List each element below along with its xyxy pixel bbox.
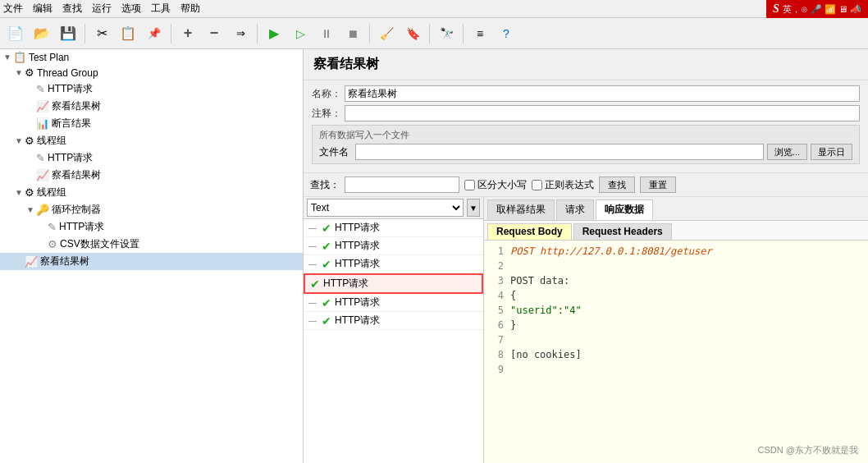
toolbar-list[interactable]: ≡ bbox=[468, 21, 492, 46]
case-sensitive-checkbox[interactable] bbox=[464, 180, 475, 190]
result3-icon: 📈 bbox=[25, 255, 38, 268]
tree-item-http3[interactable]: ✎ HTTP请求 bbox=[0, 218, 303, 236]
file-input[interactable] bbox=[355, 144, 764, 160]
toolbar-run[interactable]: ▶ bbox=[262, 21, 286, 46]
tree-label: HTTP请求 bbox=[48, 82, 93, 96]
toolbar-remove[interactable]: − bbox=[202, 21, 226, 46]
toolbar-sep5 bbox=[429, 24, 430, 44]
tree-item-result-tree1[interactable]: 📈 察看结果树 bbox=[0, 98, 303, 115]
toolbar-broom[interactable]: 🧹 bbox=[374, 21, 399, 46]
tree-label: Test Plan bbox=[29, 52, 69, 63]
tab-response-data[interactable]: 响应数据 bbox=[596, 199, 653, 220]
csv-icon: ⚙ bbox=[48, 238, 57, 250]
code-line-7: 7 bbox=[487, 332, 865, 347]
log-button[interactable]: 显示日 bbox=[811, 144, 852, 160]
toolbar-add[interactable]: + bbox=[176, 21, 200, 46]
code-line-2: 2 bbox=[487, 259, 865, 273]
results-dropdown[interactable]: Text RegExp JSON XML bbox=[307, 199, 464, 217]
file-section: 所有数据写入一个文件 文件名 浏览... 显示日 bbox=[312, 125, 860, 164]
browse-button[interactable]: 浏览... bbox=[767, 144, 807, 160]
line-content: { bbox=[510, 288, 516, 303]
result-label: HTTP请求 bbox=[323, 277, 368, 291]
result-label: HTTP请求 bbox=[335, 314, 380, 328]
tree-item-thread-group2[interactable]: ▼ ⚙ 线程组 bbox=[0, 132, 303, 149]
sub-tabs: Request Body Request Headers bbox=[484, 221, 868, 241]
toolbar-help[interactable]: ? bbox=[494, 21, 519, 46]
name-row: 名称： bbox=[312, 85, 860, 102]
menu-edit[interactable]: 编辑 bbox=[33, 2, 53, 16]
tree-item-test-plan[interactable]: ▼ 📋 Test Plan bbox=[0, 49, 303, 65]
line-content: POST data: bbox=[510, 273, 569, 288]
toolbar-copy[interactable]: 📋 bbox=[116, 21, 140, 46]
detail-content: 1 POST http://127.0.0.1:8081/getuser 2 3… bbox=[484, 241, 868, 463]
regex-group: 正则表达式 bbox=[532, 178, 594, 192]
subtab-request-headers[interactable]: Request Headers bbox=[573, 223, 672, 240]
result-item-3[interactable]: — ✔ HTTP请求 bbox=[304, 255, 483, 273]
menu-help[interactable]: 帮助 bbox=[180, 2, 200, 16]
tree-item-thread-group[interactable]: ▼ ⚙ Thread Group bbox=[0, 65, 303, 80]
tree-item-result-tree2[interactable]: 📈 察看结果树 bbox=[0, 167, 303, 184]
result-item-4[interactable]: ✔ HTTP请求 bbox=[304, 273, 483, 294]
menu-run[interactable]: 运行 bbox=[92, 2, 112, 16]
toolbar-pause[interactable]: ⏸ bbox=[314, 21, 339, 46]
find-button[interactable]: 查找 bbox=[599, 176, 635, 193]
menu-find[interactable]: 查找 bbox=[62, 2, 82, 16]
tree-item-http1[interactable]: ✎ HTTP请求 bbox=[0, 80, 303, 98]
tree-item-http2[interactable]: ✎ HTTP请求 bbox=[0, 149, 303, 167]
main-layout: ▼ 📋 Test Plan ▼ ⚙ Thread Group ✎ HTTP请求 … bbox=[0, 49, 868, 463]
menu-options[interactable]: 选项 bbox=[121, 2, 141, 16]
tree-item-assert1[interactable]: 📊 断言结果 bbox=[0, 115, 303, 132]
tree-item-csv[interactable]: ⚙ CSV数据文件设置 bbox=[0, 236, 303, 253]
search-input[interactable] bbox=[345, 176, 459, 193]
tree-label: 循环控制器 bbox=[52, 203, 101, 217]
toolbar-save[interactable]: 💾 bbox=[56, 21, 80, 46]
results-list-panel: Text RegExp JSON XML ▼ — ✔ HTTP请求 bbox=[304, 197, 484, 463]
name-input[interactable] bbox=[345, 85, 860, 102]
http-icon: ✎ bbox=[36, 83, 45, 95]
brand-bar: S 英，⊙ 🎤 📶 🖥 📣 bbox=[766, 0, 868, 18]
toolbar-run-remote[interactable]: ▷ bbox=[288, 21, 313, 46]
result-item-1[interactable]: — ✔ HTTP请求 bbox=[304, 219, 483, 237]
code-line-9: 9 bbox=[487, 362, 865, 377]
scroll-down-btn[interactable]: ▼ bbox=[467, 199, 480, 217]
tree-item-loop-ctrl[interactable]: ▼ 🔑 循环控制器 bbox=[0, 201, 303, 218]
comment-input[interactable] bbox=[345, 105, 860, 121]
search-label: 查找： bbox=[310, 178, 340, 192]
toolbar-cut[interactable]: ✂ bbox=[89, 21, 114, 46]
toolbar-binoculars[interactable]: 🔭 bbox=[434, 21, 459, 46]
tree-item-result-tree3[interactable]: 📈 察看结果树 bbox=[0, 253, 303, 270]
result-label: HTTP请求 bbox=[335, 221, 380, 235]
tab-request[interactable]: 请求 bbox=[556, 199, 594, 220]
detail-tabs: 取样器结果 请求 响应数据 bbox=[484, 197, 868, 221]
result-item-5[interactable]: — ✔ HTTP请求 bbox=[304, 294, 483, 312]
case-sensitive-label: 区分大小写 bbox=[477, 178, 527, 192]
result-item-2[interactable]: — ✔ HTTP请求 bbox=[304, 237, 483, 255]
expand-arrow: ▼ bbox=[15, 188, 23, 197]
toolbar-paste[interactable]: 📌 bbox=[142, 21, 167, 46]
tab-sampler-results[interactable]: 取样器结果 bbox=[487, 199, 555, 220]
thread-group2-icon: ⚙ bbox=[25, 135, 34, 147]
success-icon: ✔ bbox=[322, 296, 331, 309]
expand-icon: — bbox=[308, 259, 317, 268]
brand-text: 英，⊙ 🎤 📶 🖥 📣 bbox=[783, 3, 861, 16]
line-num: 4 bbox=[487, 288, 504, 303]
toolbar-bookmark[interactable]: 🔖 bbox=[400, 21, 425, 46]
success-icon: ✔ bbox=[322, 240, 331, 253]
tree-item-thread-group3[interactable]: ▼ ⚙ 线程组 bbox=[0, 184, 303, 201]
line-num: 1 bbox=[487, 244, 504, 259]
toolbar-open[interactable]: 📂 bbox=[30, 21, 54, 46]
toolbar-sep6 bbox=[463, 24, 464, 44]
toolbar-stop[interactable]: ⏹ bbox=[340, 21, 365, 46]
toolbar-move[interactable]: ⇒ bbox=[228, 21, 253, 46]
menu-file[interactable]: 文件 bbox=[3, 2, 23, 16]
expand-icon: — bbox=[308, 241, 317, 250]
menu-tools[interactable]: 工具 bbox=[151, 2, 171, 16]
result-item-6[interactable]: — ✔ HTTP请求 bbox=[304, 312, 483, 330]
regex-checkbox[interactable] bbox=[532, 180, 542, 190]
toolbar-new[interactable]: 📄 bbox=[3, 21, 28, 46]
tree-label: Thread Group bbox=[37, 67, 98, 79]
line-num: 8 bbox=[487, 347, 504, 362]
search-row: 查找： 区分大小写 正则表达式 查找 重置 bbox=[304, 173, 868, 197]
reset-button[interactable]: 重置 bbox=[640, 176, 676, 193]
subtab-request-body[interactable]: Request Body bbox=[487, 223, 572, 240]
